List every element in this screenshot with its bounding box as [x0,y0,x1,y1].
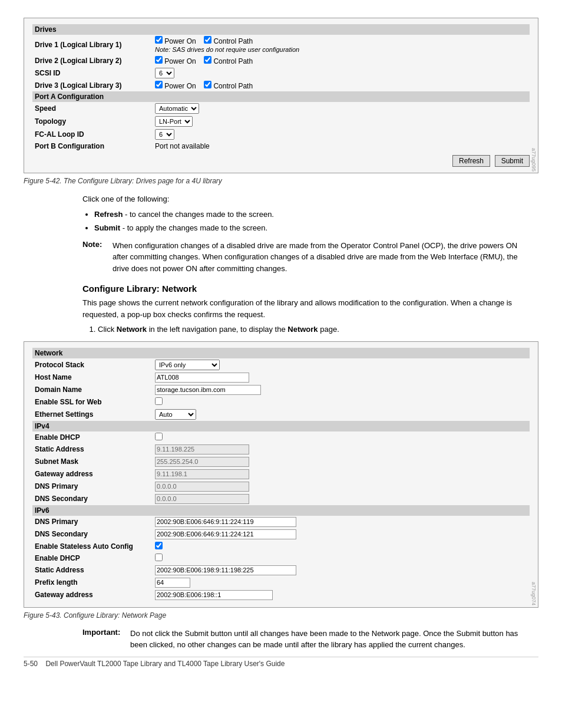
drive1-label: Drive 1 (Logical Library 1) [32,35,150,55]
ipv6-dns-primary-label: DNS Primary [32,516,150,528]
dns-primary-label: DNS Primary [32,480,150,493]
ipv6-dns-secondary-label: DNS Secondary [32,528,150,541]
ipv6-header: IPv6 [32,505,530,516]
fcal-label: FC-AL Loop ID [32,128,150,141]
drive1-value: Power On Control Path Note: SAS drives d… [150,35,530,55]
network-section-header: Network [32,348,530,358]
body-section-2: Important: Do not click the Submit butto… [82,628,527,651]
figure-43-caption: Figure 5-43. Configure Library: Network … [24,611,538,620]
drive1-power-label: Power On [164,37,196,45]
scsi-id-select[interactable]: 6 [155,68,174,78]
drive2-control-checkbox[interactable] [204,56,211,64]
drive1-note: Note: SAS drives do not require user con… [155,46,299,53]
port-a-header: Port A Configuration [32,91,530,102]
static-input[interactable] [155,444,249,454]
drive2-power-checkbox[interactable] [155,56,163,64]
submit-button[interactable]: Submit [495,155,530,167]
drive3-power-label: Power On [164,82,196,90]
domain-input[interactable] [155,385,261,395]
ssl-checkbox[interactable] [155,397,163,405]
topology-select[interactable]: LN-Port [155,116,193,127]
ipv6-dhcp-label: Enable DHCP [32,552,150,564]
ipv4-dhcp-label: Enable DHCP [32,431,150,443]
speed-select[interactable]: Automatic [155,103,199,114]
drive2-power-label: Power On [164,57,196,65]
important-content: Do not click the Submit button until all… [130,628,527,651]
prefix-input[interactable] [155,578,190,588]
drive3-label: Drive 3 (Logical Library 3) [32,80,150,91]
figure-42-box: Drives Drive 1 (Logical Library 1) Power… [24,18,538,173]
protocol-label: Protocol Stack [32,358,150,371]
ipv4-header: IPv4 [32,421,530,431]
ssl-label: Enable SSL for Web [32,396,150,408]
domain-label: Domain Name [32,384,150,396]
ipv6-dns-primary-input[interactable] [155,517,296,527]
step-1: Click Network in the left navigation pan… [98,324,527,335]
hostname-input[interactable] [155,373,249,383]
action-buttons-row: Refresh Submit [32,155,530,167]
drive3-power-checkbox[interactable] [155,81,163,88]
drive3-control-checkbox[interactable] [204,81,211,88]
ethernet-select[interactable]: Auto [155,409,196,420]
ipv6-static-input[interactable] [155,565,296,575]
bullet-refresh-term: Refresh [94,210,123,219]
drive3-control-label: Control Path [213,82,253,90]
hostname-label: Host Name [32,371,150,384]
ipv6-static-label: Static Address [32,564,150,577]
topology-label: Topology [32,115,150,128]
step1-bold2: Network [287,325,318,334]
port-b-value: Port not available [150,141,530,151]
static-label: Static Address [32,443,150,456]
page-number: 5-50 [24,660,38,668]
ipv6-dns-secondary-input[interactable] [155,529,296,539]
network-config-table: Network Protocol Stack IPv6 only Host Na… [32,348,530,601]
fcal-select[interactable]: 6 [155,129,174,140]
bullet-list: Refresh - to cancel the changes made to … [94,209,527,234]
speed-label: Speed [32,102,150,115]
bullet-submit-term: Submit [94,223,120,232]
ethernet-label: Ethernet Settings [32,408,150,421]
important-label: Important: [82,628,127,651]
drive1-power-checkbox[interactable] [155,36,163,44]
stateless-label: Enable Stateless Auto Config [32,541,150,552]
important-block: Important: Do not click the Submit butto… [82,628,527,651]
bullet-refresh-desc: - to cancel the changes made to the scre… [125,210,274,219]
stateless-checkbox[interactable] [155,542,163,549]
ipv4-dhcp-checkbox[interactable] [155,433,163,440]
port-b-label: Port B Configuration [32,141,150,151]
bullet-submit-desc: - to apply the changes made to the scree… [123,223,267,232]
refresh-button[interactable]: Refresh [452,155,490,167]
scsi-id-label: SCSI ID [32,67,150,80]
drive2-label: Drive 2 (Logical Library 2) [32,55,150,67]
drives-config-table: Drives Drive 1 (Logical Library 1) Power… [32,24,530,151]
figure-43-box: Network Protocol Stack IPv6 only Host Na… [24,341,538,608]
drive1-control-checkbox[interactable] [204,36,211,44]
figure42-watermark: a77ug095 [531,148,537,172]
steps-list: Click Network in the left navigation pan… [98,324,527,335]
drive2-control-label: Control Path [213,57,253,65]
drives-section-header: Drives [32,24,530,35]
bullet-refresh: Refresh - to cancel the changes made to … [94,209,527,220]
dns-primary-input[interactable] [155,482,249,492]
drive2-value: Power On Control Path [150,55,530,67]
dns-secondary-input[interactable] [155,494,249,504]
ipv6-gateway-input[interactable] [155,590,273,600]
page-footer: 5-50 Dell PowerVault TL2000 Tape Library… [24,657,538,668]
section-heading: Configure Library: Network [82,284,527,294]
ipv6-gateway-label: Gateway address [32,589,150,601]
gateway-input[interactable] [155,469,249,479]
bullet-submit: Submit - to apply the changes made to th… [94,222,527,234]
protocol-select[interactable]: IPv6 only [155,360,220,370]
note-content: When configuration changes of a disabled… [113,240,527,275]
page-title: Dell PowerVault TL2000 Tape Library and … [45,660,285,668]
prefix-label: Prefix length [32,577,150,589]
drive1-control-label: Control Path [213,37,253,45]
body-section: Click one of the following: Refresh - to… [82,193,527,335]
dns-secondary-label: DNS Secondary [32,493,150,505]
note-label: Note: [82,240,109,275]
subnet-input[interactable] [155,457,249,467]
ipv6-dhcp-checkbox[interactable] [155,554,163,561]
note-block: Note: When configuration changes of a di… [82,240,527,275]
click-instruction: Click one of the following: [82,193,527,205]
figure-42-caption: Figure 5-42. The Configure Library: Driv… [24,177,538,185]
